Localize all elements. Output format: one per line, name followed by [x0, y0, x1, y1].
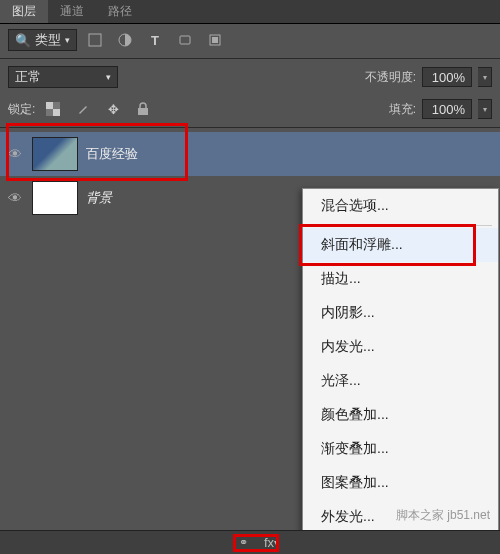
- fx-label: fx: [264, 535, 274, 550]
- lock-transparent-icon[interactable]: [41, 98, 65, 120]
- filter-pixel-icon[interactable]: [83, 29, 107, 51]
- svg-rect-5: [46, 102, 53, 109]
- ctx-inner-glow[interactable]: 内发光...: [303, 330, 498, 364]
- ctx-bevel-emboss[interactable]: 斜面和浮雕...: [303, 228, 498, 262]
- filter-adjust-icon[interactable]: [113, 29, 137, 51]
- filter-row: 🔍 类型 ▾ T: [0, 24, 500, 56]
- menu-separator: [309, 225, 492, 226]
- layers-footer: ⚭ fx▾: [0, 530, 500, 554]
- chevron-down-icon: ▾: [65, 35, 70, 45]
- layer-name[interactable]: 背景: [86, 189, 112, 207]
- filter-smart-icon[interactable]: [203, 29, 227, 51]
- lock-label: 锁定:: [8, 101, 35, 118]
- lock-paint-icon[interactable]: [71, 98, 95, 120]
- ctx-stroke[interactable]: 描边...: [303, 262, 498, 296]
- ctx-color-overlay[interactable]: 颜色叠加...: [303, 398, 498, 432]
- ctx-satin[interactable]: 光泽...: [303, 364, 498, 398]
- search-icon: 🔍: [15, 33, 31, 48]
- ctx-gradient-overlay[interactable]: 渐变叠加...: [303, 432, 498, 466]
- ctx-blend-options[interactable]: 混合选项...: [303, 189, 498, 223]
- layer-name[interactable]: 百度经验: [86, 145, 138, 163]
- layer-style-context-menu: 混合选项... 斜面和浮雕... 描边... 内阴影... 内发光... 光泽.…: [302, 188, 499, 554]
- filter-shape-icon[interactable]: [173, 29, 197, 51]
- panel-tabs: 图层 通道 路径: [0, 0, 500, 24]
- visibility-icon[interactable]: 👁: [6, 146, 24, 162]
- fill-input[interactable]: 100%: [422, 99, 472, 119]
- svg-rect-9: [138, 108, 148, 115]
- layer-row[interactable]: 👁 百度经验: [0, 132, 500, 176]
- fx-button[interactable]: fx▾: [258, 533, 284, 553]
- svg-rect-6: [53, 109, 60, 116]
- svg-rect-7: [53, 102, 60, 109]
- filter-kind-label: 类型: [35, 31, 61, 49]
- opacity-label: 不透明度:: [365, 69, 416, 86]
- fill-dropdown[interactable]: ▾: [478, 99, 492, 119]
- link-layers-button[interactable]: ⚭: [230, 533, 256, 553]
- opacity-input[interactable]: 100%: [422, 67, 472, 87]
- tab-paths[interactable]: 路径: [96, 0, 144, 23]
- blend-mode-value: 正常: [15, 68, 41, 86]
- fill-label: 填充:: [389, 101, 416, 118]
- filter-kind-select[interactable]: 🔍 类型 ▾: [8, 29, 77, 51]
- layer-thumbnail[interactable]: [32, 181, 78, 215]
- chevron-down-icon: ▾: [106, 72, 111, 82]
- watermark: 脚本之家 jb51.net: [396, 507, 490, 524]
- blend-row: 正常 ▾ 不透明度: 100% ▾: [0, 61, 500, 93]
- lock-all-icon[interactable]: [131, 98, 155, 120]
- ctx-inner-shadow[interactable]: 内阴影...: [303, 296, 498, 330]
- blend-mode-select[interactable]: 正常 ▾: [8, 66, 118, 88]
- svg-rect-2: [180, 36, 190, 44]
- filter-type-icon[interactable]: T: [143, 29, 167, 51]
- layer-thumbnail[interactable]: [32, 137, 78, 171]
- svg-rect-8: [46, 109, 53, 116]
- tab-layers[interactable]: 图层: [0, 0, 48, 23]
- lock-move-icon[interactable]: ✥: [101, 98, 125, 120]
- visibility-icon[interactable]: 👁: [6, 190, 24, 206]
- lock-row: 锁定: ✥ 填充: 100% ▾: [0, 93, 500, 125]
- opacity-dropdown[interactable]: ▾: [478, 67, 492, 87]
- ctx-pattern-overlay[interactable]: 图案叠加...: [303, 466, 498, 500]
- svg-rect-4: [212, 37, 218, 43]
- tab-channels[interactable]: 通道: [48, 0, 96, 23]
- svg-rect-0: [89, 34, 101, 46]
